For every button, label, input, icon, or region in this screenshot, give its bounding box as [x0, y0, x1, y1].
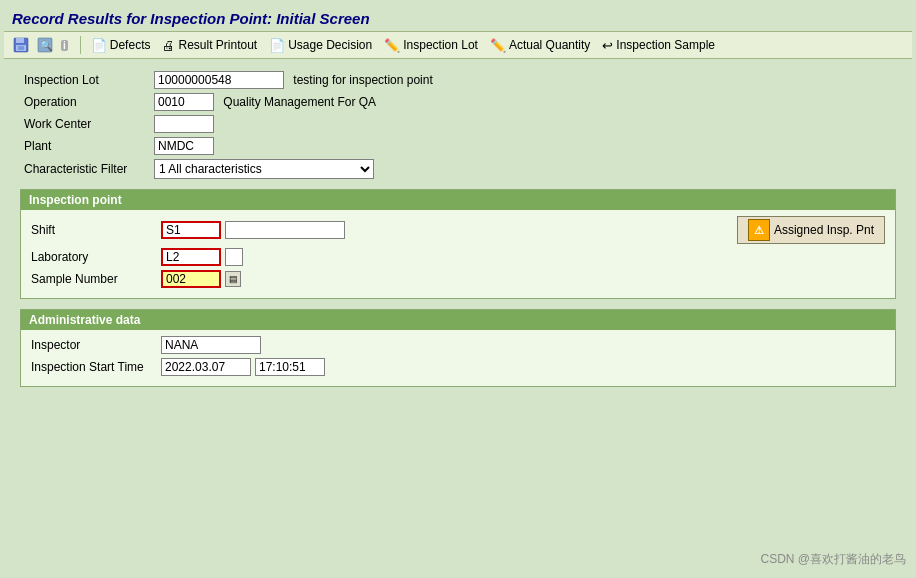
inspection-lot-row: Inspection Lot testing for inspection po… — [20, 69, 896, 91]
main-container: Record Results for Inspection Point: Ini… — [0, 0, 916, 578]
char-filter-label: Characteristic Filter — [24, 162, 127, 176]
svg-rect-1 — [16, 38, 24, 43]
sample-number-input[interactable] — [161, 270, 221, 288]
content-area: Inspection Lot testing for inspection po… — [4, 59, 912, 407]
admin-data-body: Inspector Inspection Start Time — [21, 330, 895, 386]
operation-value-cell: Quality Management For QA — [150, 91, 896, 113]
char-filter-value-cell: 1 All characteristics 2 Failed character… — [150, 157, 896, 181]
plant-label: Plant — [24, 139, 51, 153]
laboratory-row: Laboratory — [31, 248, 885, 266]
inspection-start-row: Inspection Start Time — [31, 358, 885, 376]
sample-number-browse-btn[interactable]: ▤ — [225, 271, 241, 287]
actual-quantity-label: Actual Quantity — [509, 38, 590, 52]
inspection-lot-btn[interactable]: ✏️ Inspection Lot — [379, 36, 483, 55]
inspection-start-label: Inspection Start Time — [31, 360, 161, 374]
actual-quantity-btn[interactable]: ✏️ Actual Quantity — [485, 36, 595, 55]
info-icon: i — [61, 40, 68, 51]
inspection-lot-label: Inspection Lot — [24, 73, 99, 87]
inspection-start-date-input[interactable] — [161, 358, 251, 376]
inspector-input[interactable] — [161, 336, 261, 354]
laboratory-input-group — [161, 248, 243, 266]
work-center-input[interactable] — [154, 115, 214, 133]
warning-icon: ⚠ — [748, 219, 770, 241]
operation-input[interactable] — [154, 93, 214, 111]
admin-data-section: Administrative data Inspector Inspection… — [20, 309, 896, 387]
shift-extra-input[interactable] — [225, 221, 345, 239]
inspection-lot-pencil-icon: ✏️ — [384, 38, 400, 53]
form-fields-table: Inspection Lot testing for inspection po… — [20, 69, 896, 181]
defects-doc-icon: 📄 — [91, 38, 107, 53]
work-center-label-cell: Work Center — [20, 113, 150, 135]
work-center-value-cell — [150, 113, 896, 135]
watermark: CSDN @喜欢打酱油的老鸟 — [760, 551, 906, 568]
inspection-lot-label: Inspection Lot — [403, 38, 478, 52]
plant-value-cell — [150, 135, 896, 157]
sample-number-row: Sample Number ▤ — [31, 270, 885, 288]
save-icon-btn[interactable] — [10, 35, 32, 55]
svg-text:🔍: 🔍 — [40, 39, 53, 52]
laboratory-input[interactable] — [161, 248, 221, 266]
laboratory-label: Laboratory — [31, 250, 161, 264]
plant-label-cell: Plant — [20, 135, 150, 157]
inspection-point-section: Inspection point Shift ⚠ Assigned Insp. … — [20, 189, 896, 299]
inspector-label: Inspector — [31, 338, 161, 352]
inspection-start-time-input[interactable] — [255, 358, 325, 376]
operation-row: Operation Quality Management For QA — [20, 91, 896, 113]
inspection-lot-label-cell: Inspection Lot — [20, 69, 150, 91]
inspection-point-body: Shift ⚠ Assigned Insp. Pnt Laboratory — [21, 210, 895, 298]
operation-label-cell: Operation — [20, 91, 150, 113]
title-bar: Record Results for Inspection Point: Ini… — [4, 4, 912, 31]
inspection-point-title: Inspection point — [29, 193, 122, 207]
assigned-btn-label: Assigned Insp. Pnt — [774, 223, 874, 237]
inspection-sample-btn[interactable]: ↩ Inspection Sample — [597, 36, 720, 55]
char-filter-label-cell: Characteristic Filter — [20, 157, 150, 181]
inspection-point-header: Inspection point — [21, 190, 895, 210]
svg-rect-3 — [18, 46, 24, 50]
assigned-insp-pnt-btn[interactable]: ⚠ Assigned Insp. Pnt — [737, 216, 885, 244]
inspection-sample-arrow-icon: ↩ — [602, 38, 613, 53]
actual-quantity-pencil-icon: ✏️ — [490, 38, 506, 53]
toolbar-icon-group: 🔍 i — [10, 35, 71, 55]
find-icon: 🔍 — [37, 37, 53, 53]
laboratory-extra-input[interactable] — [225, 248, 243, 266]
result-printout-label: Result Printout — [178, 38, 257, 52]
toolbar-separator-1 — [80, 36, 81, 54]
shift-label: Shift — [31, 223, 161, 237]
find-icon-btn[interactable]: 🔍 — [34, 35, 56, 55]
toolbar: 🔍 i 📄 Defects 🖨 Result Printout 📄 Usage … — [4, 31, 912, 59]
usage-decision-doc-icon: 📄 — [269, 38, 285, 53]
defects-btn[interactable]: 📄 Defects — [86, 36, 156, 55]
shift-input-group — [161, 221, 345, 239]
usage-decision-btn[interactable]: 📄 Usage Decision — [264, 36, 377, 55]
char-filter-select[interactable]: 1 All characteristics 2 Failed character… — [154, 159, 374, 179]
work-center-row: Work Center — [20, 113, 896, 135]
sample-number-label: Sample Number — [31, 272, 161, 286]
plant-input[interactable] — [154, 137, 214, 155]
operation-label: Operation — [24, 95, 77, 109]
inspection-sample-label: Inspection Sample — [616, 38, 715, 52]
defects-label: Defects — [110, 38, 151, 52]
inspection-lot-input[interactable] — [154, 71, 284, 89]
admin-data-header: Administrative data — [21, 310, 895, 330]
inspection-lot-desc: testing for inspection point — [293, 73, 432, 87]
sample-number-input-group: ▤ — [161, 270, 241, 288]
shift-input[interactable] — [161, 221, 221, 239]
page-title: Record Results for Inspection Point: Ini… — [12, 10, 904, 27]
inspection-lot-value-cell: testing for inspection point — [150, 69, 896, 91]
work-center-label: Work Center — [24, 117, 91, 131]
operation-desc: Quality Management For QA — [223, 95, 376, 109]
browse-icon: ▤ — [229, 274, 238, 284]
info-icon-btn[interactable]: i — [58, 38, 71, 53]
result-printout-icon: 🖨 — [162, 38, 175, 53]
char-filter-row: Characteristic Filter 1 All characterist… — [20, 157, 896, 181]
usage-decision-label: Usage Decision — [288, 38, 372, 52]
save-icon — [13, 37, 29, 53]
result-printout-btn[interactable]: 🖨 Result Printout — [157, 36, 262, 55]
shift-row: Shift ⚠ Assigned Insp. Pnt — [31, 216, 885, 244]
admin-data-title: Administrative data — [29, 313, 140, 327]
inspector-row: Inspector — [31, 336, 885, 354]
inspection-start-input-group — [161, 358, 325, 376]
plant-row: Plant — [20, 135, 896, 157]
